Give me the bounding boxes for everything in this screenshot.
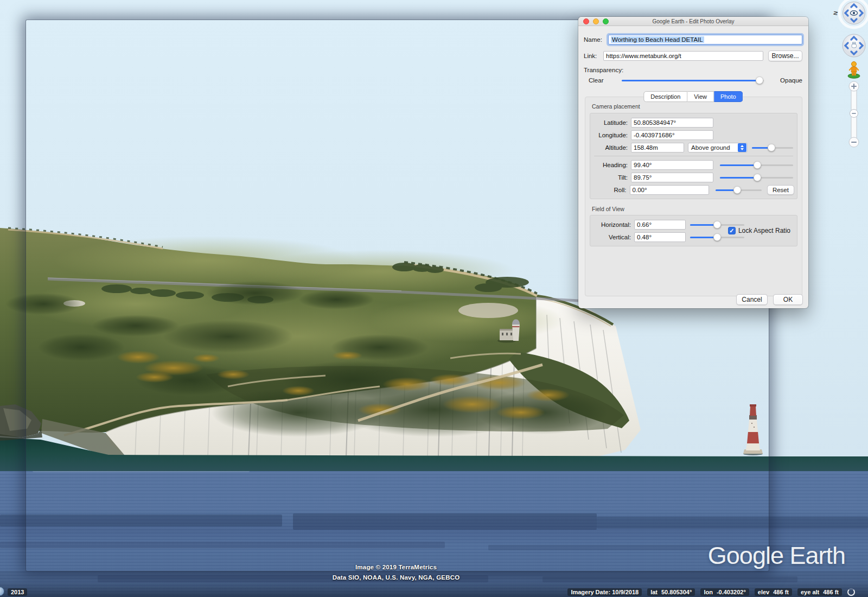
- latitude-row: Latitude: 50.805384947°: [593, 116, 794, 129]
- look-joystick[interactable]: N: [832, 0, 868, 28]
- panel-divider: [594, 156, 793, 156]
- google-earth-logo: Google Earth: [708, 542, 845, 570]
- latitude-chip: lat 50.805304°: [647, 588, 695, 596]
- latitude-input[interactable]: 50.805384947°: [631, 118, 713, 128]
- name-row: Name: Worthing to Beach Head DETAIL: [584, 35, 802, 45]
- horizontal-input[interactable]: 0.66°: [634, 220, 686, 230]
- slider-handle[interactable]: [713, 221, 721, 228]
- photo-tab-panel: Camera placement Latitude: 50.805384947°…: [585, 97, 802, 296]
- tilt-slider[interactable]: [720, 173, 793, 182]
- cancel-button[interactable]: Cancel: [736, 294, 768, 305]
- time-badge-year: 2013: [11, 589, 24, 595]
- imagery-attribution: Image © 2019 TerraMetrics: [355, 564, 437, 570]
- field-of-view-section-label: Field of View: [590, 206, 797, 212]
- imagery-date-chip: Imagery Date: 10/9/2018: [567, 588, 642, 596]
- slider-handle[interactable]: [768, 144, 775, 151]
- tab-photo[interactable]: Photo: [714, 91, 743, 102]
- sea-streak: [293, 513, 597, 530]
- pegman-control[interactable]: [848, 62, 860, 79]
- horizontal-value: 0.66°: [637, 221, 652, 228]
- lon-label: lon: [704, 589, 713, 595]
- altitude-label: Altitude:: [593, 144, 628, 151]
- zoom-slider[interactable]: [849, 81, 859, 147]
- dialog-titlebar[interactable]: Google Earth - Edit Photo Overlay: [578, 17, 808, 26]
- lat-label: lat: [650, 589, 658, 595]
- transparency-row: Clear Opaque: [584, 76, 802, 85]
- sea-streak: [597, 517, 868, 529]
- altitude-row: Altitude: 158.48m Above ground: [593, 141, 794, 154]
- longitude-label: Longitude:: [593, 132, 628, 138]
- slider-fill: [720, 164, 757, 166]
- camera-placement-section-label: Camera placement: [592, 103, 640, 110]
- zoom-handle[interactable]: [850, 110, 858, 118]
- longitude-row: Longitude: -0.403971686°: [593, 129, 794, 141]
- time-badge[interactable]: 2013: [8, 588, 27, 596]
- roll-input[interactable]: 0.00°: [630, 185, 710, 195]
- longitude-input[interactable]: -0.403971686°: [631, 130, 713, 140]
- eye-altitude-chip: eye alt 486 ft: [797, 588, 842, 596]
- sea-streak: [0, 542, 445, 548]
- lock-aspect-ratio-control[interactable]: Lock Aspect Ratio: [728, 227, 790, 234]
- elevation-chip: elev 486 ft: [755, 588, 792, 596]
- ok-button[interactable]: OK: [773, 294, 803, 305]
- sea-streak: [0, 515, 282, 526]
- close-window-icon[interactable]: [583, 18, 589, 24]
- slider-handle[interactable]: [733, 186, 741, 194]
- lock-aspect-ratio-label: Lock Aspect Ratio: [738, 227, 790, 234]
- elev-label: elev: [758, 589, 769, 595]
- name-label: Name:: [584, 36, 604, 43]
- transparency-clear-label: Clear: [584, 77, 607, 84]
- altitude-mode-value: Above ground: [691, 144, 730, 151]
- tab-bar: Description View Photo: [643, 91, 743, 102]
- tab-view[interactable]: View: [687, 91, 714, 102]
- zoom-out-button[interactable]: [849, 137, 859, 147]
- tab-description[interactable]: Description: [643, 91, 687, 102]
- dialog-button-row: Cancel OK: [736, 294, 803, 305]
- transparency-opaque-label: Opaque: [780, 77, 802, 84]
- heading-slider[interactable]: [720, 161, 793, 169]
- eye-alt-label: eye alt: [801, 589, 819, 595]
- roll-slider[interactable]: [716, 186, 762, 194]
- heading-label: Heading:: [593, 162, 628, 168]
- move-joystick[interactable]: [843, 34, 865, 57]
- browse-button[interactable]: Browse...: [768, 50, 802, 61]
- window-controls: [583, 18, 609, 24]
- vertical-input[interactable]: 0.48°: [634, 232, 686, 242]
- cancel-button-label: Cancel: [742, 296, 762, 303]
- status-bar: Imagery Date: 10/9/2018 lat 50.805304° l…: [567, 588, 855, 596]
- streaming-progress-icon: [847, 588, 855, 596]
- sea-streak: [33, 469, 250, 472]
- longitude-chip: lon -0.403202°: [700, 588, 749, 596]
- minimize-window-icon[interactable]: [593, 18, 599, 24]
- field-of-view-panel: Horizontal: 0.66° Vertical: 0.48°: [590, 215, 797, 246]
- vertical-label: Vertical:: [593, 234, 631, 240]
- slider-handle[interactable]: [756, 77, 763, 84]
- transparency-label: Transparency:: [584, 67, 623, 73]
- eye-alt-value: 486 ft: [823, 589, 839, 595]
- slider-fill: [720, 177, 757, 179]
- altitude-slider[interactable]: [752, 143, 793, 152]
- link-row: Link: https://www.metabunk.org/t Browse.…: [584, 50, 802, 61]
- zoom-window-icon[interactable]: [603, 18, 609, 24]
- slider-handle[interactable]: [713, 233, 721, 241]
- elev-value: 486 ft: [773, 589, 789, 595]
- camera-placement-panel: Latitude: 50.805384947° Longitude: -0.40…: [590, 113, 797, 199]
- latitude-value: 50.805384947°: [634, 119, 676, 126]
- slider-handle[interactable]: [754, 174, 761, 181]
- ok-button-label: OK: [783, 296, 793, 303]
- heading-input[interactable]: 99.40°: [631, 160, 713, 170]
- zoom-in-button[interactable]: [849, 81, 859, 91]
- link-input[interactable]: https://www.metabunk.org/t: [603, 51, 763, 61]
- roll-row: Roll: 0.00° Reset: [593, 183, 794, 196]
- altitude-input[interactable]: 158.48m: [631, 143, 684, 153]
- browse-button-label: Browse...: [771, 52, 799, 60]
- reset-button-label: Reset: [773, 187, 789, 193]
- transparency-slider[interactable]: [622, 76, 764, 85]
- name-input[interactable]: Worthing to Beach Head DETAIL: [608, 35, 802, 45]
- altitude-mode-dropdown[interactable]: Above ground: [688, 143, 748, 153]
- data-attribution: Data SIO, NOAA, U.S. Navy, NGA, GEBCO: [333, 574, 460, 581]
- reset-button[interactable]: Reset: [767, 185, 794, 195]
- checkbox-checked-icon[interactable]: [728, 227, 736, 234]
- tilt-input[interactable]: 89.75°: [631, 173, 713, 182]
- slider-handle[interactable]: [754, 161, 761, 169]
